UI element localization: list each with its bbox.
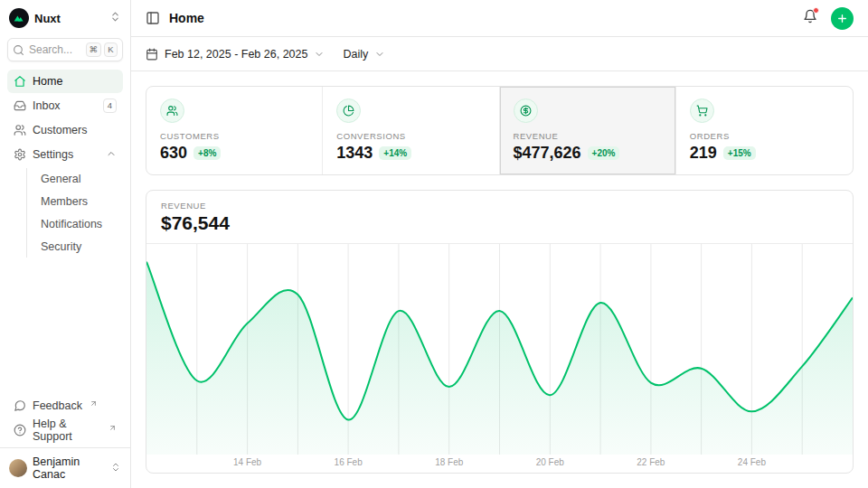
sidebar-item-inbox[interactable]: Inbox 4 [7, 94, 123, 117]
workspace-switcher[interactable]: Nuxt [0, 0, 130, 33]
external-link-icon [90, 399, 98, 408]
content: CUSTOMERS 630 +8% CONVERSIONS 1343 +14% [131, 71, 868, 488]
sidebar-item-home[interactable]: Home [7, 70, 123, 93]
users-icon [14, 124, 26, 136]
stat-label: REVENUE [514, 131, 662, 141]
date-range-button[interactable]: Feb 12, 2025 - Feb 26, 2025 [146, 48, 325, 61]
stat-customers[interactable]: CUSTOMERS 630 +8% [146, 87, 323, 174]
stat-label: ORDERS [690, 131, 839, 141]
help-circle-icon [14, 424, 26, 436]
stat-conversions[interactable]: CONVERSIONS 1343 +14% [323, 87, 499, 174]
sidebar-toggle-button[interactable] [146, 11, 160, 25]
message-bubble-icon [14, 399, 26, 412]
user-name: Benjamin Canac [33, 455, 105, 481]
stat-value: 219 [690, 144, 717, 163]
sidebar-item-security[interactable]: Security [35, 236, 116, 258]
add-button[interactable] [831, 7, 854, 30]
sidebar-item-label: Help & Support [33, 418, 101, 443]
sidebar-item-help-support[interactable]: Help & Support [7, 418, 123, 442]
sidebar-item-settings[interactable]: Settings [7, 143, 123, 166]
chart-body: 14 Feb16 Feb18 Feb20 Feb22 Feb24 Feb [146, 244, 853, 473]
x-axis-label: 20 Feb [536, 457, 564, 467]
sidebar-item-label: Settings [33, 148, 73, 161]
stat-value: $477,626 [514, 144, 581, 163]
inbox-count-badge: 4 [103, 99, 117, 113]
stat-icon-wrap [690, 99, 714, 123]
stat-icon-wrap [160, 99, 184, 123]
x-axis-label: 16 Feb [335, 457, 363, 467]
circle-dollar-icon [520, 105, 532, 117]
chevrons-up-down-icon [110, 462, 121, 475]
stat-orders[interactable]: ORDERS 219 +15% [676, 87, 853, 174]
notification-dot [813, 7, 819, 14]
panel-left-icon [146, 11, 160, 25]
stat-icon-wrap [514, 99, 538, 123]
stat-icon-wrap [336, 99, 361, 123]
sidebar-spacer [0, 260, 130, 392]
chevron-down-icon [374, 49, 385, 60]
chart-pie-icon [343, 105, 354, 117]
shopping-cart-icon [696, 105, 708, 117]
chart-header: REVENUE $76,544 [146, 191, 853, 244]
stat-delta-badge: +20% [588, 146, 620, 160]
inbox-icon [14, 99, 26, 112]
plus-icon [836, 13, 848, 24]
revenue-chart-card: REVENUE $76,544 [146, 190, 854, 474]
topbar-actions [803, 7, 854, 30]
sidebar-item-label: Customers [33, 124, 87, 136]
x-axis-label: 24 Feb [738, 457, 766, 467]
stats-row: CUSTOMERS 630 +8% CONVERSIONS 1343 +14% [146, 86, 854, 175]
sidebar-footer-nav: Feedback Help & Support [0, 392, 130, 447]
sidebar-item-customers[interactable]: Customers [7, 118, 123, 142]
sidebar: Nuxt Search... ⌘ K Home Inbox 4 [0, 0, 131, 488]
sidebar-item-members[interactable]: Members [35, 191, 116, 212]
stat-label: CONVERSIONS [336, 131, 485, 141]
users-icon [166, 105, 178, 117]
x-axis-label: 14 Feb [233, 457, 261, 467]
stat-value: 630 [160, 144, 187, 163]
sidebar-item-label: Inbox [33, 99, 61, 112]
stat-revenue[interactable]: REVENUE $477,626 +20% [500, 87, 676, 174]
settings-subnav: General Members Notifications Security [26, 168, 116, 258]
user-menu[interactable]: Benjamin Canac [0, 447, 130, 488]
page-title: Home [169, 11, 204, 25]
nuxt-logo-icon [9, 8, 29, 28]
sidebar-item-general[interactable]: General [35, 168, 116, 190]
sidebar-nav: Home Inbox 4 Customers Settings General [0, 68, 130, 260]
chevron-down-icon [314, 49, 325, 60]
notifications-button[interactable] [803, 9, 817, 27]
main-area: Home Feb 12, 2025 - Feb 26, 2025 Daily [131, 0, 868, 488]
external-link-icon [108, 424, 117, 432]
search-shortcut: ⌘ K [86, 42, 118, 57]
chevrons-up-down-icon [109, 10, 121, 26]
topbar: Home [131, 0, 868, 37]
x-axis-label: 18 Feb [435, 457, 463, 467]
sidebar-item-feedback[interactable]: Feedback [7, 394, 123, 418]
chart-x-axis: 14 Feb16 Feb18 Feb20 Feb22 Feb24 Feb [146, 455, 853, 473]
granularity-button[interactable]: Daily [343, 48, 385, 61]
gear-icon [14, 148, 26, 161]
search-placeholder: Search... [29, 43, 81, 56]
search-input[interactable]: Search... ⌘ K [7, 38, 123, 61]
date-range-label: Feb 12, 2025 - Feb 26, 2025 [165, 48, 307, 61]
avatar [9, 459, 27, 477]
sidebar-item-notifications[interactable]: Notifications [35, 213, 116, 235]
stat-label: CUSTOMERS [160, 131, 308, 141]
chart-value: $76,544 [161, 212, 838, 234]
stat-delta-badge: +14% [379, 146, 411, 160]
chevron-up-icon [106, 148, 117, 162]
sidebar-item-label: Feedback [33, 399, 82, 412]
search-icon [13, 44, 24, 56]
x-axis-label: 22 Feb [637, 457, 665, 467]
chart-plot[interactable] [146, 244, 853, 455]
app-root: Nuxt Search... ⌘ K Home Inbox 4 [0, 0, 868, 488]
workspace-name: Nuxt [34, 12, 61, 25]
calendar-icon [146, 48, 158, 61]
stat-delta-badge: +15% [723, 146, 756, 160]
kbd-cmd: ⌘ [86, 42, 102, 57]
revenue-area-chart [146, 244, 853, 455]
stat-delta-badge: +8% [193, 146, 221, 160]
sidebar-item-label: Home [33, 75, 62, 88]
home-icon [14, 75, 26, 88]
stat-value: 1343 [336, 144, 373, 163]
